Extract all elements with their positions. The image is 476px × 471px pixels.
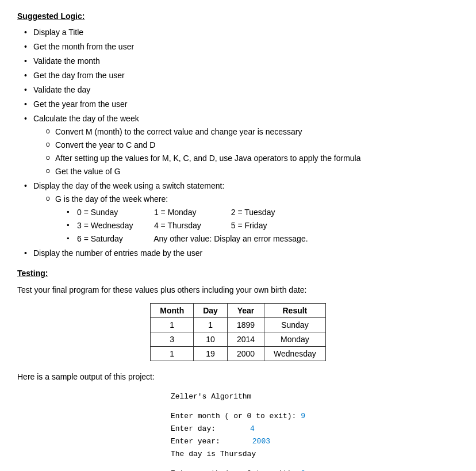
- sub-list-item: Get the value of G: [45, 166, 459, 178]
- table-cell: 19: [194, 347, 228, 361]
- table-cell: 10: [194, 332, 228, 347]
- code-line: Enter year:2003: [171, 435, 305, 448]
- data-table: Month Day Year Result 1 1 1899 Sunday 3 …: [150, 303, 326, 361]
- table-cell: 3: [151, 332, 194, 347]
- table-cell: 2000: [227, 347, 264, 361]
- day-value-item: 3 = Wednesday 4 = Thursday 5 = Friday: [67, 220, 459, 232]
- list-item: Display a Title: [23, 26, 459, 39]
- table-cell: 1: [151, 347, 194, 361]
- table-cell: Wednesday: [264, 347, 326, 361]
- code-line: Enter day:4: [171, 423, 305, 435]
- sub-list-item: Convert M (month) to the correct value a…: [45, 126, 459, 138]
- table-header-day: Day: [194, 304, 228, 318]
- table-header-row: Month Day Year Result: [151, 304, 326, 318]
- sub-list-item: Convert the year to C and D: [45, 139, 459, 151]
- list-item: Get the day from the user: [23, 70, 459, 82]
- main-list: Display a Title Get the month from the u…: [17, 26, 459, 259]
- table-header-year: Year: [227, 304, 264, 318]
- sub-list-item-g: G is the day of the week where: 0 = Sund…: [45, 193, 459, 245]
- sample-output-label: Here is a sample output of this project:: [17, 370, 459, 383]
- table-row: 1 1 1899 Sunday: [151, 318, 326, 332]
- testing-title: Testing:: [17, 269, 459, 278]
- table-cell: 1: [194, 318, 228, 332]
- code-line: Enter month ( or 0 to exit): 9: [171, 410, 305, 423]
- table-row: 3 10 2014 Monday: [151, 332, 326, 347]
- table-cell: 1899: [227, 318, 264, 332]
- page-container: Suggested Logic: Display a Title Get the…: [17, 12, 459, 471]
- list-item: Validate the month: [23, 55, 459, 67]
- list-item: Validate the day: [23, 84, 459, 96]
- day-values-list: 0 = Sunday 1 = Monday 2 = Tuesday 3 = We…: [55, 206, 459, 245]
- code-title-section: Zeller's Algorithm: [171, 390, 305, 403]
- code-block-1: Enter month ( or 0 to exit): 9 Enter day…: [171, 410, 305, 461]
- testing-section: Testing: Test your final program for the…: [17, 269, 459, 471]
- suggested-logic-section: Suggested Logic: Display a Title Get the…: [17, 12, 459, 259]
- table-cell: 1: [151, 318, 194, 332]
- list-item-calculate: Calculate the day of the week Convert M …: [23, 113, 459, 178]
- code-title: Zeller's Algorithm: [171, 390, 305, 403]
- sub-list-item: After setting up the values for M, K, C,…: [45, 152, 459, 164]
- table-row: 1 19 2000 Wednesday: [151, 347, 326, 361]
- testing-intro: Test your final program for these values…: [17, 284, 459, 296]
- day-value-item: 6 = Saturday Any other value: Display an…: [67, 233, 459, 245]
- table-cell: Monday: [264, 332, 326, 347]
- table-cell: Sunday: [264, 318, 326, 332]
- table-header-result: Result: [264, 304, 326, 318]
- table-cell: 2014: [227, 332, 264, 347]
- list-item: Get the year from the user: [23, 98, 459, 110]
- list-item-display: Display the day of the week using a swit…: [23, 180, 459, 245]
- table-header-month: Month: [151, 304, 194, 318]
- sub-list-calculate: Convert M (month) to the correct value a…: [33, 126, 459, 178]
- day-value-item: 0 = Sunday 1 = Monday 2 = Tuesday: [67, 206, 459, 219]
- sub-list-display: G is the day of the week where: 0 = Sund…: [33, 193, 459, 245]
- code-block: Zeller's Algorithm Enter month ( or 0 to…: [171, 390, 305, 471]
- code-line: Enter month ( or 0 to exit): 2: [171, 468, 305, 471]
- list-item: Get the month from the user: [23, 41, 459, 53]
- code-block-2: Enter month ( or 0 to exit): 2 Enter day…: [171, 468, 305, 471]
- suggested-logic-title: Suggested Logic:: [17, 12, 459, 21]
- code-line: The day is Thursday: [171, 448, 305, 461]
- list-item-entries: Display the number of entries made by th…: [23, 247, 459, 259]
